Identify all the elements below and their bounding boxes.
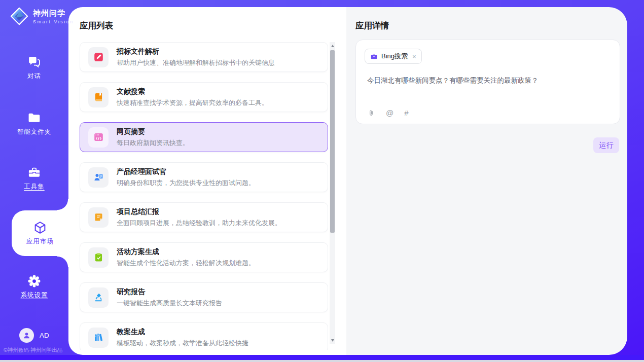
run-button[interactable]: 运行 <box>593 137 619 153</box>
sidebar-item-label: 对话 <box>0 72 68 81</box>
sidebar-item-label: 工具集 <box>0 183 68 191</box>
sidebar-item-label: 应用市场 <box>12 237 68 246</box>
scroll-down-icon[interactable] <box>330 337 335 344</box>
app-icon-tile <box>88 87 109 107</box>
microscope-icon <box>93 292 104 303</box>
app-icon-tile <box>88 207 109 228</box>
app-name: 产品经理面试官 <box>117 167 255 176</box>
user-account[interactable]: AD <box>19 328 49 343</box>
app-name: 活动方案生成 <box>117 247 255 257</box>
books-icon <box>93 332 104 343</box>
avatar <box>19 328 34 343</box>
copyright-footer: ©神州数码·神州问学出品 <box>4 347 62 354</box>
prompt-toolbar: @ # <box>367 108 409 117</box>
tool-tag-bing-search[interactable]: Bing搜索 × <box>365 49 422 64</box>
app-description: 智能生成个性化活动方案，轻松解决规划难题。 <box>117 259 255 268</box>
sidebar-item-settings[interactable]: 系统设置 <box>0 274 68 300</box>
app-name: 项目总结汇报 <box>117 207 281 216</box>
list-scrollbar[interactable] <box>330 42 335 344</box>
app-description: 一键智能生成高质量长文本研究报告 <box>117 299 222 308</box>
app-icon-tile <box>88 247 109 268</box>
sidebar-item-smart-folder[interactable]: 智能文件夹 <box>0 111 68 136</box>
app-window: 神州问学 Smart Vision 对话 智能文件夹 工具集 应用市场 <box>0 0 644 362</box>
window-bottom-bar <box>0 355 644 360</box>
app-detail-title: 应用详情 <box>355 20 389 31</box>
brand-subtitle: Smart Vision <box>33 19 74 24</box>
app-description: 快速精准查找学术资源，提高研究效率的必备工具。 <box>117 98 268 107</box>
list-item-lesson-plan[interactable]: 教案生成 模板驱动，教案秒成，教学准备从此轻松快捷 <box>80 322 328 350</box>
app-detail-panel: 应用详情 Bing搜索 × 今日湖北有哪些新闻要点？有哪些需要关注的最新政策？ … <box>346 7 627 355</box>
attachment-icon[interactable] <box>367 109 375 117</box>
brand-name: 神州问学 <box>33 9 74 18</box>
tool-tag-label: Bing搜索 <box>381 52 408 61</box>
app-icon-tile <box>88 167 109 188</box>
sticky-note-icon <box>93 212 104 223</box>
app-name: 研究报告 <box>117 287 222 297</box>
app-name: 招标文件解析 <box>117 47 275 56</box>
cube-icon <box>33 221 47 235</box>
list-item-webpage-summary-selected[interactable]: 网页摘要 每日政府新闻资讯快查。 <box>80 122 328 152</box>
app-name: 文献搜索 <box>117 87 268 96</box>
sidebar-item-label: 系统设置 <box>0 291 68 300</box>
app-description: 每日政府新闻资讯快查。 <box>117 138 189 148</box>
chat-icon <box>27 55 41 69</box>
prompt-input[interactable]: 今日湖北有哪些新闻要点？有哪些需要关注的最新政策？ <box>367 76 610 86</box>
scrollbar-thumb[interactable] <box>330 50 335 233</box>
sidebar-item-chat[interactable]: 对话 <box>0 55 68 81</box>
folder-icon <box>27 111 41 125</box>
user-name: AD <box>40 332 49 339</box>
app-name: 教案生成 <box>117 328 248 337</box>
book-icon <box>93 92 104 102</box>
app-list-panel: 应用列表 招标文件解析 帮助用户快速、准确地理解和解析招标书中的关键信息 <box>68 7 346 355</box>
app-icon-tile <box>88 47 109 67</box>
app-description: 模板驱动，教案秒成，教学准备从此轻松快捷 <box>117 339 248 348</box>
close-icon[interactable]: × <box>412 53 416 60</box>
toolbox-icon <box>27 166 41 179</box>
list-item-research-report[interactable]: 研究报告 一键智能生成高质量长文本研究报告 <box>80 282 328 312</box>
clipboard-check-icon <box>93 252 104 263</box>
interviewer-icon <box>93 172 104 183</box>
gear-icon <box>27 274 41 288</box>
list-item-literature-search[interactable]: 文献搜索 快速精准查找学术资源，提高研究效率的必备工具。 <box>80 82 328 112</box>
list-item-project-summary[interactable]: 项目总结汇报 全面回顾项目进展，总结经验教训，助力未来优化发展。 <box>80 202 328 232</box>
app-description: 全面回顾项目进展，总结经验教训，助力未来优化发展。 <box>117 219 281 228</box>
briefcase-icon <box>370 53 378 60</box>
edit-document-icon <box>93 52 104 62</box>
diamond-logo-icon <box>10 7 29 26</box>
app-name: 网页摘要 <box>117 127 189 136</box>
prompt-card: Bing搜索 × 今日湖北有哪些新闻要点？有哪些需要关注的最新政策？ @ # <box>355 40 620 124</box>
browser-code-icon <box>93 132 104 142</box>
app-icon-tile <box>88 328 109 348</box>
list-item-event-plan[interactable]: 活动方案生成 智能生成个性化活动方案，轻松解决规划难题。 <box>80 242 328 272</box>
mention-icon[interactable]: @ <box>386 108 393 117</box>
list-item-bid-parsing[interactable]: 招标文件解析 帮助用户快速、准确地理解和解析招标书中的关键信息 <box>80 42 328 72</box>
sidebar-item-label: 智能文件夹 <box>0 128 68 136</box>
scroll-up-icon[interactable] <box>330 42 335 49</box>
user-avatar-icon <box>22 331 31 340</box>
sidebar-item-toolset[interactable]: 工具集 <box>0 166 68 191</box>
app-list: 招标文件解析 帮助用户快速、准确地理解和解析招标书中的关键信息 文献搜索 快速精… <box>80 42 328 350</box>
sidebar-item-app-market-active[interactable]: 应用市场 <box>12 210 68 256</box>
hash-icon[interactable]: # <box>404 108 408 117</box>
brand-logo: 神州问学 Smart Vision <box>10 7 74 26</box>
app-list-title: 应用列表 <box>80 20 113 31</box>
window-bottom-edge <box>0 360 644 362</box>
app-description: 明确身份和职责，为您提供专业性的面试问题。 <box>117 178 255 188</box>
list-item-pm-interviewer[interactable]: 产品经理面试官 明确身份和职责，为您提供专业性的面试问题。 <box>80 162 328 192</box>
app-description: 帮助用户快速、准确地理解和解析招标书中的关键信息 <box>117 58 275 67</box>
app-icon-tile <box>88 287 109 308</box>
app-icon-tile <box>88 127 109 148</box>
